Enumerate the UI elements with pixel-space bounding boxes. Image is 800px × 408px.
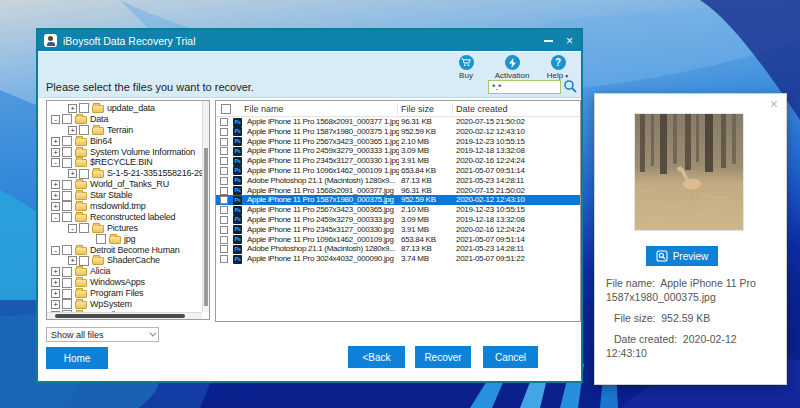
folder-checkbox[interactable] [62, 245, 72, 255]
tree-item[interactable]: +WindowsApps [47, 277, 202, 288]
file-row[interactable]: PsApple iPhone 11 Pro 2567x3423_000365.j… [216, 205, 580, 215]
search-input[interactable] [488, 80, 561, 94]
file-row[interactable]: PsApple iPhone 11 Pro 2459x3279_000333.j… [216, 215, 580, 225]
file-checkbox[interactable] [220, 236, 228, 244]
file-checkbox[interactable] [220, 147, 228, 155]
expand-icon[interactable]: + [68, 256, 77, 265]
expand-icon[interactable]: + [51, 300, 60, 309]
folder-checkbox[interactable] [62, 278, 72, 288]
column-file-name[interactable]: File name [244, 104, 284, 114]
file-row[interactable]: PsAdobe Photoshop 21.1 (Macintosh) 1280x… [216, 244, 580, 254]
file-row[interactable]: PsApple iPhone 11 Pro 1587x1980_000375 1… [216, 127, 580, 137]
file-checkbox[interactable] [220, 167, 228, 175]
scrollbar-thumb[interactable] [204, 148, 208, 306]
recover-button[interactable]: Recover [415, 346, 471, 368]
column-date-created[interactable]: Date created [456, 104, 508, 114]
tree-item[interactable]: +System Volume Information [47, 147, 202, 158]
folder-checkbox[interactable] [62, 289, 72, 299]
scrollbar-thumb[interactable] [55, 314, 185, 318]
file-checkbox[interactable] [220, 226, 228, 234]
folder-checkbox[interactable] [62, 136, 72, 146]
folder-checkbox[interactable] [79, 223, 89, 233]
folder-checkbox[interactable] [62, 201, 72, 211]
tree-horizontal-scrollbar[interactable] [47, 312, 202, 319]
folder-checkbox[interactable] [62, 267, 72, 277]
help-button[interactable]: ? Help▼ [539, 55, 577, 80]
tree-vertical-scrollbar[interactable] [202, 101, 209, 312]
folder-checkbox[interactable] [79, 169, 89, 179]
folder-checkbox[interactable] [62, 158, 72, 168]
home-button[interactable]: Home [46, 347, 108, 369]
expand-icon[interactable]: + [51, 267, 60, 276]
file-checkbox[interactable] [220, 245, 228, 253]
tree-item[interactable]: +Star Stable [47, 190, 202, 201]
file-checkbox[interactable] [220, 206, 228, 214]
tree-item[interactable]: +Terrain [47, 125, 202, 136]
file-row[interactable]: PsApple iPhone 11 Pro 3024x4032_000090.j… [216, 254, 580, 264]
minimize-icon[interactable] [544, 40, 553, 42]
file-checkbox[interactable] [220, 196, 228, 204]
tree-item[interactable]: +WpSystem [47, 299, 202, 310]
buy-button[interactable]: Buy [447, 55, 485, 80]
folder-checkbox[interactable] [62, 299, 72, 309]
folder-checkbox[interactable] [96, 234, 106, 244]
file-checkbox[interactable] [220, 128, 228, 136]
file-checkbox[interactable] [220, 216, 228, 224]
tree-item[interactable]: +msdownld.tmp [47, 201, 202, 212]
tree-item[interactable]: -Pictures [47, 223, 202, 234]
preview-button[interactable]: Preview [646, 246, 718, 266]
tree-item[interactable]: jpg [47, 234, 202, 245]
expand-icon[interactable]: + [68, 169, 77, 178]
collapse-icon[interactable]: - [51, 246, 60, 255]
collapse-icon[interactable]: - [51, 115, 60, 124]
collapse-icon[interactable]: - [68, 224, 77, 233]
activation-button[interactable]: Activation [493, 55, 531, 80]
collapse-icon[interactable]: - [51, 213, 60, 222]
tree-item[interactable]: +Alicia [47, 266, 202, 277]
back-button[interactable]: <Back [348, 346, 405, 368]
expand-icon[interactable]: + [51, 137, 60, 146]
file-row[interactable]: PsAdobe Photoshop 21.1 (Macintosh) 1280x… [216, 176, 580, 186]
expand-icon[interactable]: + [51, 289, 60, 298]
expand-icon[interactable]: + [51, 148, 60, 157]
expand-icon[interactable]: + [51, 180, 60, 189]
file-row[interactable]: PsApple iPhone 11 Pro 2345x3127_000330 1… [216, 156, 580, 166]
file-checkbox[interactable] [220, 138, 228, 146]
expand-icon[interactable]: + [51, 202, 60, 211]
expand-icon[interactable]: + [68, 126, 77, 135]
file-row[interactable]: PsApple iPhone 11 Pro 1587x1980_000375.j… [216, 195, 580, 205]
folder-checkbox[interactable] [79, 256, 89, 266]
tree-item[interactable]: -Detroit Become Human [47, 245, 202, 256]
folder-checkbox[interactable] [79, 103, 89, 113]
tree-item[interactable]: +ShaderCache [47, 255, 202, 266]
folder-checkbox[interactable] [62, 114, 72, 124]
file-checkbox[interactable] [220, 255, 228, 263]
tree-item[interactable]: +Bin64 [47, 136, 202, 147]
close-icon[interactable]: × [566, 35, 573, 47]
select-all-checkbox[interactable] [221, 104, 231, 114]
tree-item[interactable]: -Reconstructed labeled [47, 212, 202, 223]
folder-checkbox[interactable] [79, 125, 89, 135]
file-checkbox[interactable] [220, 118, 228, 126]
folder-checkbox[interactable] [62, 180, 72, 190]
expand-icon[interactable]: + [68, 104, 77, 113]
cancel-button[interactable]: Cancel [483, 346, 538, 368]
tree-item[interactable]: +World_of_Tanks_RU [47, 179, 202, 190]
file-row[interactable]: PsApple iPhone 11 Pro 1568x2091_000377 1… [216, 117, 580, 127]
tree-item[interactable]: +update_data [47, 103, 202, 114]
file-row[interactable]: PsApple iPhone 11 Pro 2459x3279_000333 1… [216, 146, 580, 156]
collapse-icon[interactable]: - [51, 158, 60, 167]
file-filter-dropdown[interactable]: Show all files [46, 327, 159, 342]
expand-icon[interactable]: + [51, 191, 60, 200]
file-row[interactable]: PsApple iPhone 11 Pro 1568x2091_000377.j… [216, 186, 580, 196]
file-row[interactable]: PsApple iPhone 11 Pro 1096x1462_000109.j… [216, 235, 580, 245]
file-row[interactable]: PsApple iPhone 11 Pro 2345x3127_000330.j… [216, 225, 580, 235]
tree-item[interactable]: +Program Files [47, 288, 202, 299]
search-icon[interactable] [563, 79, 578, 94]
file-row[interactable]: PsApple iPhone 11 Pro 1096x1462_000109 1… [216, 166, 580, 176]
tree-item[interactable]: +S-1-5-21-3351558216-2905 [47, 168, 202, 179]
folder-checkbox[interactable] [62, 191, 72, 201]
file-row[interactable]: PsApple iPhone 11 Pro 2567x3423_000365 1… [216, 137, 580, 147]
tree-item[interactable]: -Data [47, 114, 202, 125]
file-checkbox[interactable] [220, 157, 228, 165]
